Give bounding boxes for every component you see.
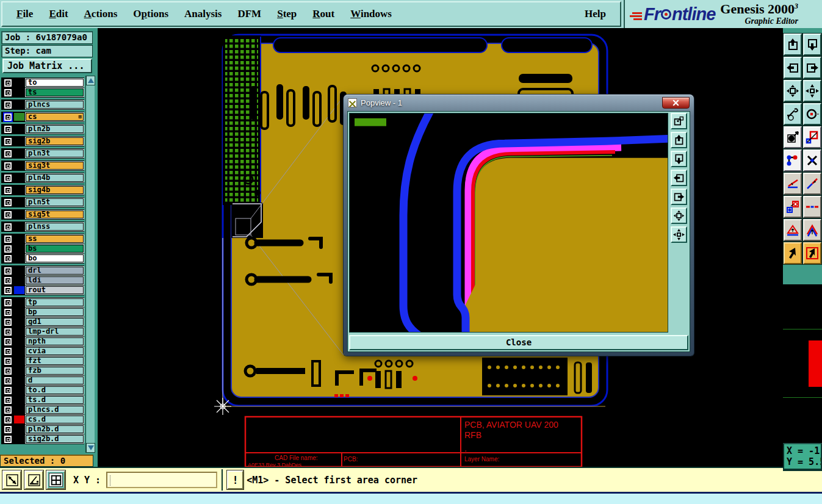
menu-item-analysis[interactable]: Analysis [176,8,229,20]
layer-checkbox-tp[interactable] [4,299,12,306]
layer-swatch-empty[interactable] [14,328,24,336]
layer-checkbox-gd1[interactable] [4,319,12,326]
layer-name-plnss[interactable]: plnss [26,223,84,231]
layer-name-ts[interactable]: ts [26,88,84,96]
menu-item-dfm[interactable]: DFM [229,8,269,20]
layer-swatch-empty[interactable] [14,347,24,355]
layer-swatch-empty[interactable] [14,149,24,157]
layer-checkbox-sig5t[interactable] [4,211,12,218]
measure-distance-button[interactable] [2,470,21,489]
menu-item-options[interactable]: Options [125,8,176,20]
scroll-down-arrow-icon[interactable] [86,443,95,453]
layer-color-swatch-red[interactable] [14,416,24,423]
window-panes-button[interactable] [46,470,65,489]
copy-pad-button[interactable] [784,196,802,218]
layer-name-plncs.d[interactable]: plncs.d [26,406,84,414]
layer-name-sig5t[interactable]: sig5t [26,211,84,218]
menu-item-rout[interactable]: Rout [305,8,342,20]
layer-checkbox-bs[interactable] [4,245,12,253]
layer-swatch-empty[interactable] [14,198,24,206]
netlist-button[interactable] [784,149,802,171]
menu-item-file[interactable]: File [9,8,41,20]
layer-checkbox-ldi[interactable] [4,277,12,284]
layer-swatch-empty[interactable] [14,235,24,243]
layer-checkbox-sig2b.d[interactable] [4,436,12,443]
layer-name-plncs[interactable]: plncs [26,101,84,109]
layer-checkbox-d[interactable] [4,377,12,384]
layer-name-gd1[interactable]: gd1 [26,318,84,326]
layer-name-pln2b[interactable]: pln2b [26,125,84,133]
layer-swatch-empty[interactable] [14,357,24,365]
layer-name-sig4b[interactable]: sig4b [26,186,84,194]
layer-checkbox-pln4b[interactable] [4,175,12,182]
popview-frame-left-button[interactable] [671,170,687,186]
layer-checkbox-plncs.d[interactable] [4,406,12,414]
menu-item-step[interactable]: Step [269,8,305,20]
layer-checkbox-ts[interactable] [4,89,12,96]
triangle-double-button[interactable] [803,219,821,241]
layer-name-lmp-drl[interactable]: lmp-drl [26,328,84,336]
layer-checkbox-pln2b[interactable] [4,126,12,133]
overlap-layers-button[interactable] [803,126,821,148]
minimap-view-rect[interactable] [809,340,822,387]
delete-x-button[interactable] [803,149,821,171]
layer-swatch-empty[interactable] [14,298,24,306]
layer-swatch-empty[interactable] [14,125,24,133]
origin-target-button[interactable] [803,103,821,125]
zoom-fit-button[interactable] [784,80,802,102]
layer-name-bo[interactable]: bo [26,254,84,262]
layer-swatch-empty[interactable] [14,276,24,284]
menu-item-windows[interactable]: Windows [342,8,400,20]
layer-name-pln4b[interactable]: pln4b [26,174,84,182]
layer-swatch-empty[interactable] [14,435,24,443]
layer-swatch-empty[interactable] [14,245,24,253]
layer-name-cs.d[interactable]: cs.d [26,416,84,423]
layer-swatch-empty[interactable] [14,386,24,394]
layer-checkbox-pln5t[interactable] [4,199,12,206]
layer-name-ss[interactable]: ss [26,235,84,243]
layer-checkbox-cvia[interactable] [4,348,12,355]
layer-checkbox-sig4b[interactable] [4,187,12,194]
frame-down-button[interactable] [803,34,821,56]
layer-checkbox-pln3t[interactable] [4,150,12,157]
layer-checkbox-bp[interactable] [4,309,12,316]
close-window-button[interactable] [662,97,690,109]
layer-name-tp[interactable]: tp [26,298,84,306]
layer-swatch-empty[interactable] [14,318,24,326]
layer-swatch-empty[interactable] [14,376,24,384]
layer-checkbox-npth[interactable] [4,338,12,345]
layer-name-cvia[interactable]: cvia [26,347,84,355]
layer-swatch-empty[interactable] [14,101,24,109]
popview-popout-button[interactable] [671,113,687,129]
dash-line-button[interactable] [803,196,821,218]
layer-swatch-empty[interactable] [14,367,24,375]
layer-list-scrollbar[interactable] [85,76,95,453]
layer-name-sig2b[interactable]: sig2b [26,137,84,145]
pan-view-button[interactable] [803,80,821,102]
layer-name-d[interactable]: d [26,376,84,384]
layer-swatch-empty[interactable] [14,162,24,170]
layer-checkbox-drl[interactable] [4,267,12,275]
layer-checkbox-ts.d[interactable] [4,397,12,404]
line-slope-button[interactable] [803,173,821,195]
layer-swatch-empty[interactable] [14,223,24,231]
layer-checkbox-cs[interactable] [4,113,12,121]
tools-button[interactable] [784,103,802,125]
overview-minimap[interactable] [783,284,822,443]
layer-checkbox-sig3t[interactable] [4,162,12,170]
measure-angle-button[interactable] [24,470,43,489]
layer-checkbox-pln2b.d[interactable] [4,426,12,433]
layer-name-pln2b.d[interactable]: pln2b.d [26,425,84,433]
layer-name-pln5t[interactable]: pln5t [26,198,84,206]
menu-item-edit[interactable]: Edit [41,8,76,20]
popview-zoom-fit-button[interactable] [671,207,687,224]
layer-checkbox-sig2b[interactable] [4,138,12,145]
layer-swatch-empty[interactable] [14,174,24,182]
layer-name-sig2b.d[interactable]: sig2b.d [26,435,84,443]
cursor-highlight-button[interactable] [803,242,821,264]
layer-checkbox-plncs[interactable] [4,101,12,109]
alert-button[interactable]: ! [227,470,243,489]
layer-name-to[interactable]: to [26,79,84,87]
layer-swatch-empty[interactable] [14,254,24,262]
layer-name-bp[interactable]: bp [26,308,84,316]
